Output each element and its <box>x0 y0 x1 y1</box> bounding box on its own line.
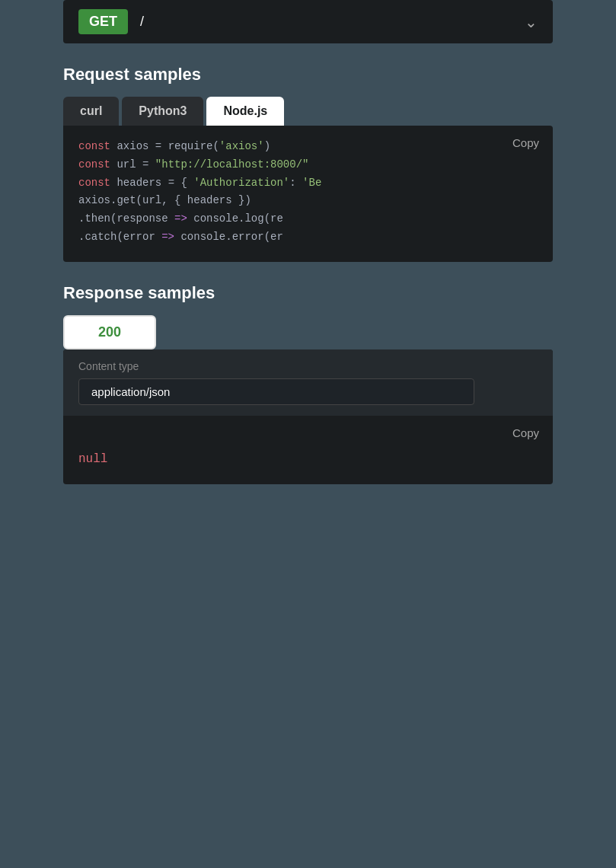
code-line-6: .catch(error => console.error(er <box>78 228 538 247</box>
content-type-bar: Content type application/json <box>63 349 553 416</box>
code-line-5: .then(response => console.log(re <box>78 210 538 228</box>
code-text-3: headers = { <box>116 177 193 189</box>
code-text-2: url = <box>116 158 155 171</box>
code-text-6b: console.error(er <box>174 231 283 243</box>
tab-200[interactable]: 200 <box>63 315 156 349</box>
arrow-1: => <box>174 212 187 225</box>
get-bar: GET / ⌄ <box>63 0 553 43</box>
copy-request-button[interactable]: Copy <box>512 136 539 149</box>
code-line-1: const axios = require('axios') <box>78 138 538 156</box>
response-samples-title: Response samples <box>63 283 553 303</box>
string-axios: 'axios' <box>219 140 264 152</box>
paren-close-1: ) <box>264 140 270 152</box>
arrow-2: => <box>161 231 174 243</box>
get-bar-inner: GET / <box>78 9 144 34</box>
content-type-label: Content type <box>78 360 538 372</box>
const-keyword-3: const <box>78 177 110 189</box>
string-authorization: 'Authorization' <box>193 177 289 189</box>
code-content: const axios = require('axios') const url… <box>78 138 538 247</box>
get-path: / <box>140 14 144 30</box>
language-tabs: curl Python3 Node.js <box>63 97 553 126</box>
code-text-5a: .then(response <box>78 212 174 225</box>
tab-nodejs[interactable]: Node.js <box>206 97 284 126</box>
get-badge: GET <box>78 9 128 34</box>
const-keyword-2: const <box>78 158 110 171</box>
response-null-value: null <box>78 452 538 466</box>
response-code-area: Copy null <box>63 416 553 484</box>
code-block: Copy const axios = require('axios') cons… <box>63 126 553 262</box>
tab-curl[interactable]: curl <box>63 97 119 126</box>
request-samples-title: Request samples <box>63 65 553 85</box>
response-block: Content type application/json Copy null <box>63 349 553 484</box>
page-wrapper: GET / ⌄ Request samples curl Python3 Nod… <box>0 0 616 515</box>
code-text-5b: console.log(re <box>187 212 283 225</box>
code-text-4: axios.get(url, { headers }) <box>78 194 251 206</box>
tab-python3[interactable]: Python3 <box>122 97 203 126</box>
code-line-3: const headers = { 'Authorization': 'Be <box>78 174 538 193</box>
response-tabs: 200 <box>63 315 553 349</box>
copy-response-button[interactable]: Copy <box>512 426 539 439</box>
code-text-6a: .catch(error <box>78 231 161 243</box>
string-url: "http://localhost:8000/" <box>155 158 309 171</box>
chevron-down-icon[interactable]: ⌄ <box>525 13 538 31</box>
content-type-select[interactable]: application/json <box>78 378 474 405</box>
code-text-1: axios = require( <box>116 140 219 152</box>
const-keyword-1: const <box>78 140 110 152</box>
request-samples-section: Request samples curl Python3 Node.js Cop… <box>0 65 616 262</box>
code-line-2: const url = "http://localhost:8000/" <box>78 156 538 174</box>
string-bearer: 'Be <box>302 177 321 189</box>
colon-space: : <box>289 177 302 189</box>
response-samples-section: Response samples 200 Content type applic… <box>0 283 616 484</box>
code-line-4: axios.get(url, { headers }) <box>78 192 538 210</box>
